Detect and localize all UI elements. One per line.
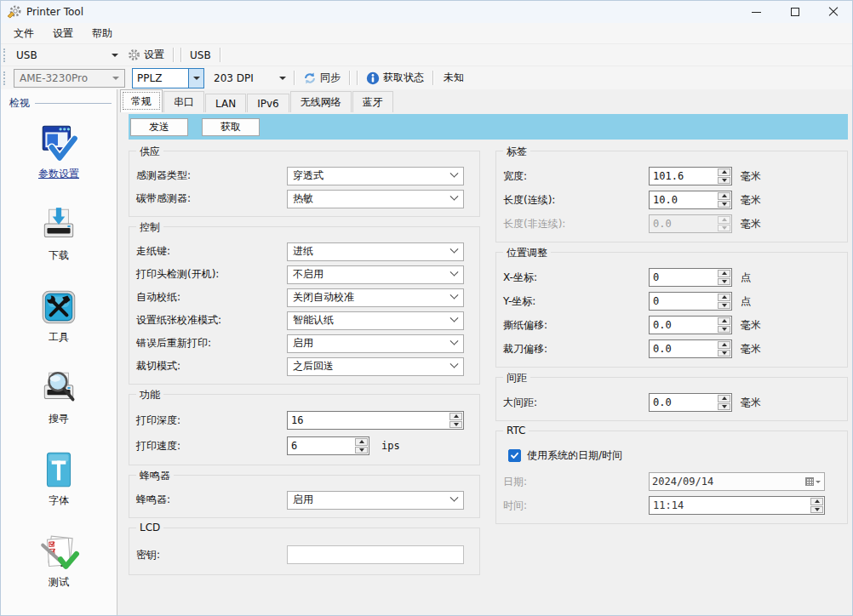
step-up-button[interactable] xyxy=(718,341,730,349)
print-speed-stepper[interactable] xyxy=(287,436,369,455)
get-status-button[interactable]: 获取状态 xyxy=(361,68,429,88)
step-up-button[interactable] xyxy=(718,270,730,277)
sidebar-item-label: 工具 xyxy=(49,330,69,345)
menu-settings[interactable]: 设置 xyxy=(43,24,83,43)
sidebar-item-search[interactable]: 搜寻 xyxy=(1,368,117,426)
window-check-icon xyxy=(37,123,80,165)
close-button[interactable] xyxy=(814,1,852,23)
time-input xyxy=(650,498,810,513)
buzzer-group: 蜂鸣器 蜂鸣器: 启用 xyxy=(129,475,480,518)
use-system-datetime-label: 使用系统的日期/时间 xyxy=(527,448,622,463)
port-combo[interactable]: USB xyxy=(12,46,123,64)
buzzer-dropdown[interactable]: 启用 xyxy=(287,491,464,510)
step-down-button[interactable] xyxy=(718,201,730,208)
minimize-button[interactable] xyxy=(737,1,776,23)
menu-file[interactable]: 文件 xyxy=(4,24,43,43)
port-settings-button[interactable]: 设置 xyxy=(123,45,169,65)
tear-offset-stepper[interactable] xyxy=(649,316,732,334)
use-system-datetime-checkbox[interactable] xyxy=(508,449,521,462)
step-up-button[interactable] xyxy=(355,438,368,446)
toolbar-grip[interactable] xyxy=(3,71,9,85)
usb-button[interactable]: USB xyxy=(185,47,216,64)
x-coordinate-input[interactable] xyxy=(650,270,717,285)
calendar-icon xyxy=(805,477,814,486)
head-check-dropdown[interactable]: 不启用 xyxy=(287,265,464,284)
sidebar-item-parameter-settings[interactable]: 参数设置 xyxy=(1,123,117,181)
menu-help[interactable]: 帮助 xyxy=(83,24,122,43)
sidebar-item-test[interactable]: 测试 xyxy=(1,531,117,590)
step-down-button[interactable] xyxy=(449,421,462,429)
tab-wireless[interactable]: 无线网络 xyxy=(290,91,352,112)
toolbar-grip[interactable] xyxy=(3,48,9,62)
print-darkness-stepper[interactable] xyxy=(287,411,464,430)
tab-ipv6[interactable]: IPv6 xyxy=(247,94,289,112)
tab-lan[interactable]: LAN xyxy=(205,94,246,112)
step-down-button[interactable] xyxy=(718,403,730,411)
unit-label: 毫米 xyxy=(741,217,761,231)
sidebar-item-tools[interactable]: 工具 xyxy=(1,286,117,345)
stepper-buttons xyxy=(718,395,730,410)
stepper-buttons xyxy=(810,498,823,513)
usb-button-label: USB xyxy=(190,49,211,61)
form-row: 碳带感测器: 热敏 xyxy=(136,187,472,210)
label-width-stepper[interactable] xyxy=(649,167,732,185)
label-group: 标签 宽度: 毫米 xyxy=(495,151,848,242)
get-button[interactable]: 获取 xyxy=(202,118,260,136)
gap-group: 间距 大间距: 毫米 xyxy=(495,377,848,421)
toolbar-separator xyxy=(294,71,295,85)
step-up-button[interactable] xyxy=(718,317,730,325)
print-darkness-input[interactable] xyxy=(289,413,449,428)
feed-key-dropdown[interactable]: 进纸 xyxy=(287,242,464,261)
sidebar-item-font[interactable]: 字体 xyxy=(1,449,117,508)
emulation-combo-arrow[interactable] xyxy=(188,69,203,88)
control-group: 控制 走纸键: 进纸 打印头检测(开机): 不启用 xyxy=(129,226,480,385)
y-coordinate-stepper[interactable] xyxy=(649,292,732,311)
stepper-buttons xyxy=(718,216,730,231)
sidebar-item-download[interactable]: 下载 xyxy=(1,204,117,263)
label-width-input[interactable] xyxy=(650,168,717,184)
step-up-button[interactable] xyxy=(718,192,730,200)
printer-app-icon xyxy=(7,5,21,19)
x-coordinate-stepper[interactable] xyxy=(649,268,732,287)
maximize-button[interactable] xyxy=(776,1,814,23)
triangle-up-icon xyxy=(359,440,364,443)
step-up-button[interactable] xyxy=(449,413,462,420)
large-gap-input[interactable] xyxy=(650,395,717,410)
printer-model-combo[interactable]: AME-3230Pro xyxy=(14,69,125,88)
ribbon-sensor-dropdown[interactable]: 热敏 xyxy=(287,190,464,208)
tab-serial[interactable]: 串口 xyxy=(163,91,204,112)
dpi-combo[interactable]: 203 DPI xyxy=(209,69,290,87)
paper-calibration-mode-dropdown[interactable]: 智能认纸 xyxy=(287,311,464,330)
step-down-button[interactable] xyxy=(718,278,730,286)
cutter-offset-stepper[interactable] xyxy=(649,339,732,358)
step-up-button[interactable] xyxy=(718,294,730,301)
tab-general[interactable]: 常规 xyxy=(120,89,163,112)
large-gap-stepper[interactable] xyxy=(649,393,732,412)
sync-button[interactable]: 同步 xyxy=(298,68,346,88)
sync-arrows-icon xyxy=(303,71,317,85)
tab-bluetooth[interactable]: 蓝牙 xyxy=(352,91,393,112)
lcd-key-input[interactable] xyxy=(287,545,464,564)
cutter-offset-input[interactable] xyxy=(650,341,717,356)
y-coordinate-input[interactable] xyxy=(650,294,717,309)
auto-calibration-dropdown[interactable]: 关闭自动校准 xyxy=(287,288,464,307)
step-down-button[interactable] xyxy=(718,177,730,185)
cut-mode-dropdown[interactable]: 之后回送 xyxy=(287,357,464,376)
sensor-type-dropdown[interactable]: 穿透式 xyxy=(287,167,464,185)
tear-offset-input[interactable] xyxy=(650,317,717,333)
label-length-continuous-stepper[interactable] xyxy=(649,191,732,209)
label-length-continuous-input[interactable] xyxy=(650,192,717,208)
send-button[interactable]: 发送 xyxy=(130,118,188,136)
form-row: 打印深度: xyxy=(136,408,472,433)
step-up-button[interactable] xyxy=(718,395,730,402)
sidebar-header-line xyxy=(35,103,112,104)
step-down-button[interactable] xyxy=(718,326,730,334)
step-down-button[interactable] xyxy=(718,350,730,357)
reprint-after-error-dropdown[interactable]: 启用 xyxy=(287,334,464,353)
step-down-button[interactable] xyxy=(718,302,730,310)
group-title: 间距 xyxy=(503,371,530,385)
step-up-button[interactable] xyxy=(718,168,730,176)
step-down-button[interactable] xyxy=(355,447,368,454)
print-speed-input[interactable] xyxy=(289,438,354,453)
emulation-combo[interactable]: PPLZ xyxy=(132,68,204,88)
